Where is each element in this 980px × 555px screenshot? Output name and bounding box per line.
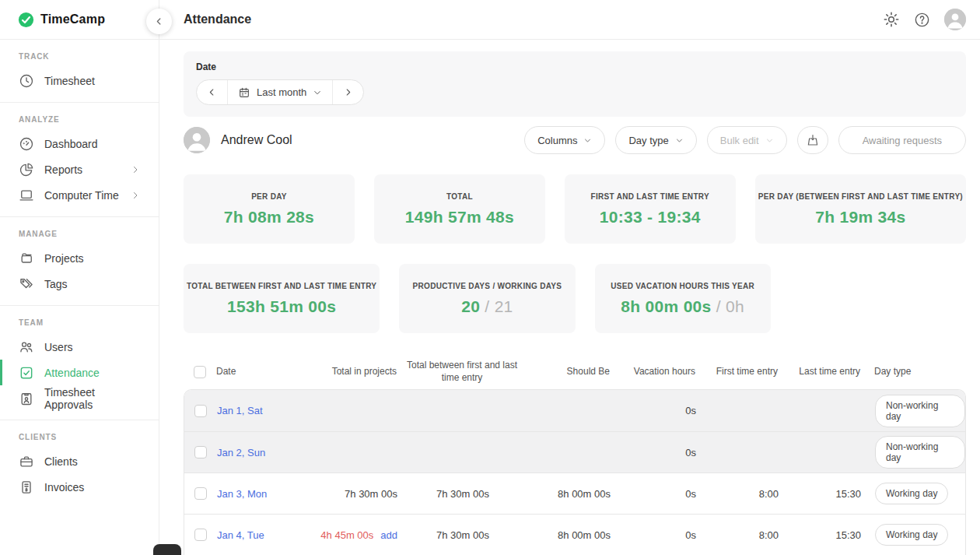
stat-label: PER DAY [251, 192, 287, 201]
sidebar-item-dashboard[interactable]: Dashboard [0, 131, 159, 156]
sidebar-item-label: Users [44, 341, 73, 353]
stat-label: USED VACATION HOURS THIS YEAR [611, 282, 754, 290]
bottom-left-widget[interactable] [153, 544, 181, 555]
prev-period-button[interactable] [197, 80, 227, 104]
main-area: Attendance Date Last month [159, 0, 980, 555]
row-checkbox[interactable] [194, 529, 207, 541]
day-type-badge[interactable]: Non-working day [875, 436, 965, 469]
sidebar-item-clients[interactable]: Clients [0, 448, 159, 474]
invoice-icon [19, 479, 34, 495]
columns-dropdown[interactable]: Columns [524, 126, 605, 154]
sidebar-item-label: Computer Time [44, 189, 121, 202]
row-checkbox[interactable] [194, 487, 207, 500]
checkbox-check-icon [19, 365, 34, 381]
cell-last-time-entry: 15:30 [779, 529, 861, 541]
sidebar-item-label: Clients [44, 455, 78, 468]
date-link[interactable]: Jan 3, Mon [217, 488, 267, 500]
next-period-button[interactable] [332, 80, 363, 104]
date-link[interactable]: Jan 4, Tue [217, 529, 264, 541]
sidebar-item-projects[interactable]: Projects [0, 245, 159, 271]
row-checkbox[interactable] [194, 405, 207, 417]
stat-value: 8h 00m 00s / 0h [621, 297, 744, 316]
stat-value: 7h 19m 34s [815, 208, 905, 227]
date-range-control: Last month [196, 79, 364, 105]
chevron-down-icon [583, 136, 592, 145]
sidebar-section-team: TEAM Users Attendance Timesheet Approval… [0, 306, 159, 420]
col-header-first-time-entry: First time entry [695, 366, 778, 378]
awaiting-requests-button[interactable]: Awaiting requests [838, 126, 966, 154]
export-button[interactable] [797, 126, 828, 154]
sidebar-item-label: Projects [44, 252, 84, 265]
user-toolbar-row: Andrew Cool Columns Day type Bulk edit [184, 126, 966, 154]
col-header-should-be: Should Be [527, 366, 610, 378]
user-avatar[interactable] [944, 9, 966, 30]
chevron-down-icon [675, 136, 684, 145]
section-label-track: TRACK [0, 52, 159, 61]
sidebar-collapse-button[interactable] [146, 9, 172, 34]
day-type-badge[interactable]: Non-working day [875, 395, 965, 427]
gear-icon[interactable] [883, 11, 900, 28]
sidebar-item-computer-time[interactable]: Computer Time [0, 182, 159, 208]
chevron-right-icon [131, 165, 140, 174]
stat-card-first-last-entry: FIRST AND LAST TIME ENTRY 10:33 - 19:34 [565, 174, 736, 244]
table-row: Jan 1, Sat 0s Non-working day [184, 390, 965, 431]
col-header-vacation-hours: Vacation hours [610, 366, 695, 378]
day-type-dropdown[interactable]: Day type [615, 126, 696, 154]
sidebar-item-timesheet-approvals[interactable]: Timesheet Approvals [0, 385, 159, 411]
row-checkbox[interactable] [194, 446, 207, 458]
date-filter-panel: Date Last month [184, 51, 966, 117]
date-range-value: Last month [257, 86, 306, 98]
table-row: Jan 4, Tue 4h 45m 00sadd 7h 30m 00s 8h 0… [184, 514, 965, 555]
bulk-edit-dropdown[interactable]: Bulk edit [707, 126, 787, 154]
sidebar-item-label: Tags [44, 278, 68, 290]
topbar: Attendance [159, 0, 980, 40]
stat-value: 149h 57m 48s [405, 208, 514, 227]
sidebar-item-users[interactable]: Users [0, 334, 159, 360]
date-link[interactable]: Jan 2, Sun [217, 447, 265, 458]
stat-label: FIRST AND LAST TIME ENTRY [591, 192, 709, 201]
sidebar-item-reports[interactable]: Reports [0, 156, 159, 182]
stats-row-1: PER DAY 7h 08m 28s TOTAL 149h 57m 48s FI… [184, 174, 966, 244]
attendance-table-header: Date Total in projects Total between fir… [184, 354, 966, 389]
chevron-right-icon [343, 87, 353, 97]
sidebar-item-invoices[interactable]: Invoices [0, 474, 159, 500]
attendance-table-body: Jan 1, Sat 0s Non-working day Jan 2, Sun… [184, 389, 966, 555]
sidebar: TimeCamp TRACK Timesheet ANALYZE Dashboa… [0, 0, 159, 555]
timecamp-logo-icon [17, 11, 35, 29]
columns-label: Columns [537, 135, 577, 146]
stat-label: PER DAY (BETWEEN FIRST AND LAST TIME ENT… [758, 192, 963, 201]
sidebar-item-timesheet[interactable]: Timesheet [0, 68, 159, 93]
stat-card-productive-days: PRODUCTIVE DAYS / WORKING DAYS 20 / 21 [399, 264, 575, 333]
col-header-last-time-entry: Last time entry [778, 366, 860, 378]
clipboard-person-icon [19, 391, 34, 406]
sidebar-item-label: Attendance [44, 367, 100, 379]
stat-card-total-between: TOTAL BETWEEN FIRST AND LAST TIME ENTRY … [184, 264, 380, 333]
date-range-selector[interactable]: Last month [227, 80, 332, 104]
day-type-badge[interactable]: Working day [875, 483, 948, 504]
sidebar-section-manage: MANAGE Projects Tags [0, 217, 159, 306]
content: Date Last month Andrew Cool [159, 40, 980, 555]
stat-value: 10:33 - 19:34 [600, 208, 701, 227]
cell-total-in-projects-alert: 4h 45m 00s [320, 529, 373, 541]
help-icon[interactable] [914, 12, 930, 28]
sidebar-item-attendance[interactable]: Attendance [0, 360, 159, 385]
chevron-right-icon [131, 191, 140, 200]
day-type-badge[interactable]: Working day [875, 524, 948, 546]
col-header-day-type: Day type [860, 366, 966, 378]
sidebar-item-tags[interactable]: Tags [0, 271, 159, 297]
cell-first-time-entry: 8:00 [696, 529, 779, 541]
calendar-icon [238, 86, 250, 99]
clock-icon [19, 73, 34, 89]
sidebar-item-label: Timesheet Approvals [44, 386, 140, 411]
sidebar-section-clients: CLIENTS Clients Invoices [0, 420, 159, 508]
awaiting-requests-label: Awaiting requests [863, 135, 942, 146]
bulk-edit-label: Bulk edit [720, 135, 759, 146]
add-time-link[interactable]: add [380, 529, 397, 541]
date-link[interactable]: Jan 1, Sat [217, 405, 263, 416]
select-all-checkbox[interactable] [194, 366, 206, 378]
sidebar-item-label: Dashboard [44, 138, 140, 150]
sidebar-section-track: TRACK Timesheet [0, 40, 159, 103]
employee-name: Andrew Cool [221, 133, 292, 147]
briefcase-icon [19, 454, 34, 469]
cell-vacation-hours: 0s [611, 447, 696, 458]
